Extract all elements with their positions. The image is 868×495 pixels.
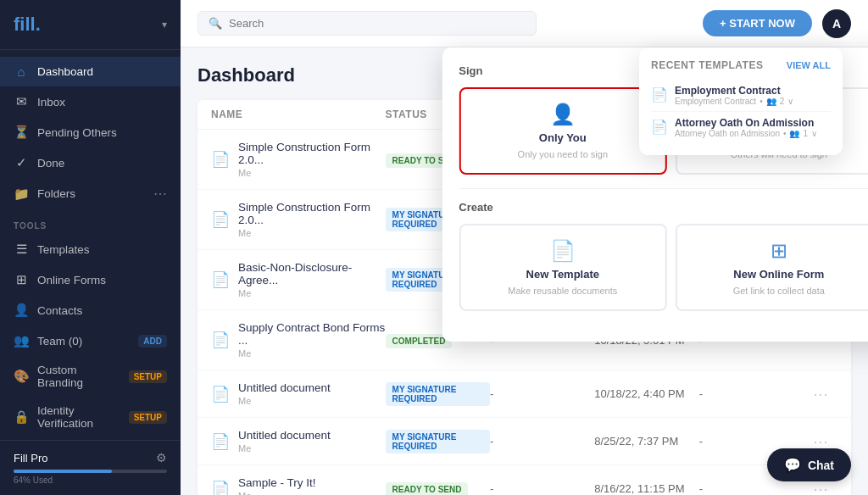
sidebar-item-label: Inbox — [37, 96, 167, 108]
recent-template-item[interactable]: 📄 Employment Contract Employment Contrac… — [651, 80, 831, 112]
sidebar-item-done[interactable]: ✓ Done — [0, 147, 181, 178]
new-online-form-label: New Online Form — [733, 268, 824, 281]
bullet: • — [783, 129, 787, 138]
recent-item-sub-text: Attorney Oath on Admission — [675, 129, 780, 138]
col-name: Name — [211, 108, 386, 120]
add-badge: ADD — [138, 335, 167, 348]
avatar[interactable]: A — [822, 9, 851, 38]
sidebar-item-team[interactable]: 👥 Team (0) ADD — [0, 325, 181, 356]
sidebar-item-label: Custom Branding — [37, 364, 120, 389]
sidebar-item-dashboard[interactable]: ⌂ Dashboard — [0, 57, 181, 86]
chevron: ∨ — [811, 129, 817, 138]
document-icon: 📄 — [211, 432, 230, 451]
search-input[interactable] — [229, 17, 526, 30]
sidebar-footer: Fill Pro ⚙ 64% Used — [0, 440, 181, 495]
modified-cell: 8/25/22, 7:37 PM — [594, 435, 698, 448]
document-icon: 📄 — [211, 480, 230, 496]
home-icon: ⌂ — [14, 64, 29, 79]
sidebar-item-label: Identity Verification — [37, 404, 120, 430]
only-you-option[interactable]: 👤 Only You Only you need to sign — [459, 87, 666, 175]
doc-owner: Me — [238, 168, 386, 178]
sidebar-item-online-forms[interactable]: ⊞ Online Forms — [0, 264, 181, 295]
new-template-label: New Template — [526, 268, 599, 281]
doc-icon: 📄 — [651, 119, 668, 135]
table-row: 📄 Untitled document Me MY SIGNATURE REQU… — [198, 370, 851, 418]
doc-owner: Me — [238, 491, 316, 495]
col3-cell: - — [490, 435, 594, 448]
progress-label: 64% Used — [14, 476, 167, 485]
doc-name: Untitled document — [238, 429, 331, 442]
doc-name: Untitled document — [238, 381, 331, 394]
view-all-link[interactable]: VIEW ALL — [787, 60, 831, 70]
sidebar-item-label: Team (0) — [37, 335, 130, 348]
recent-item-name: Employment Contract — [675, 85, 793, 97]
sidebar-item-label: Online Forms — [37, 274, 167, 286]
done-icon: ✓ — [14, 155, 29, 170]
sidebar-item-label: Done — [37, 157, 167, 170]
sidebar-item-custom-branding[interactable]: 🎨 Custom Branding SETUP — [0, 356, 181, 397]
doc-name: Supply Contract Bond Forms ... — [238, 321, 386, 347]
team-icon: 👥 — [14, 333, 29, 348]
document-icon: 📄 — [211, 210, 230, 229]
sidebar-item-inbox[interactable]: ✉ Inbox — [0, 86, 181, 117]
doc-cell: 📄 Untitled document Me — [211, 381, 386, 406]
row-menu-button[interactable]: ⋯ — [804, 480, 837, 496]
only-you-label: Only You — [539, 131, 587, 144]
doc-cell: 📄 Simple Construction Form 2.0... Me — [211, 141, 386, 178]
document-icon: 📄 — [211, 385, 230, 403]
start-now-button[interactable]: + START NOW — [703, 10, 812, 36]
divider — [459, 188, 868, 189]
new-online-form-sub: Get link to collect data — [733, 286, 825, 296]
setup-badge: SETUP — [129, 411, 167, 424]
sidebar-item-integrations[interactable]: ⚙ Integrations & API › — [0, 437, 181, 440]
user-count-icon: 👥 — [789, 129, 799, 138]
main-content: 🔍 + START NOW A Dashboard Name Status Mo… — [181, 0, 868, 495]
doc-name: Simple Construction Form 2.0... — [238, 141, 386, 166]
chevron-down-icon[interactable]: ▾ — [162, 19, 167, 31]
new-online-form-option[interactable]: ⊞ New Online Form Get link to collect da… — [675, 224, 868, 311]
doc-name: Basic-Non-Disclosure-Agree... — [238, 261, 386, 286]
new-template-option[interactable]: 📄 New Template Make reusable documents — [459, 224, 666, 311]
col3-cell: - — [490, 387, 594, 400]
doc-owner: Me — [238, 443, 331, 453]
row-menu-button[interactable]: ⋯ — [804, 385, 837, 403]
sidebar-item-identity-verification[interactable]: 🔒 Identity Verification SETUP — [0, 397, 181, 437]
document-icon: 📄 — [211, 270, 230, 289]
status-badge: READY TO SEND — [386, 482, 469, 495]
chevron: ∨ — [787, 97, 793, 106]
templates-icon: ☰ — [14, 242, 29, 257]
branding-icon: 🎨 — [14, 369, 29, 384]
recent-title: Recent Templates — [651, 59, 763, 71]
status-badge: MY SIGNATURE REQUIRED — [386, 430, 490, 453]
chat-bubble-icon: 💬 — [784, 457, 801, 473]
sidebar-item-pending-others[interactable]: ⏳ Pending Others — [0, 117, 181, 147]
recent-template-item[interactable]: 📄 Attorney Oath On Admission Attorney Oa… — [651, 112, 831, 143]
doc-cell: 📄 Simple Construction Form 2.0... Me — [211, 201, 386, 238]
sidebar-item-templates[interactable]: ☰ Templates — [0, 234, 181, 264]
search-wrap[interactable]: 🔍 — [198, 11, 537, 36]
doc-owner: Me — [238, 396, 331, 406]
pending-icon: ⏳ — [14, 125, 29, 140]
sidebar-item-folders[interactable]: 📁 Folders ⋯ — [0, 178, 181, 209]
folders-icon: 📁 — [14, 186, 29, 202]
verification-icon: 🔒 — [14, 409, 29, 425]
modified-cell: 10/18/22, 4:40 PM — [594, 387, 698, 400]
sidebar-item-label: Folders — [37, 187, 145, 200]
more-icon[interactable]: ⋯ — [153, 186, 167, 202]
recent-item-name: Attorney Oath On Admission — [675, 117, 817, 129]
fill-pro-label: Fill Pro — [14, 452, 47, 464]
sidebar-logo: fill. ▾ — [0, 0, 181, 50]
recent-panel-header: Recent Templates VIEW ALL — [651, 59, 831, 71]
gear-icon[interactable]: ⚙ — [156, 451, 167, 464]
doc-cell: 📄 Supply Contract Bond Forms ... Me — [211, 321, 386, 359]
doc-cell: 📄 Untitled document Me — [211, 429, 386, 453]
chat-button[interactable]: 💬 Chat — [767, 448, 851, 481]
document-icon: 📄 — [211, 331, 230, 349]
online-form-icon: ⊞ — [771, 239, 787, 263]
sidebar-item-label: Contacts — [37, 304, 167, 317]
fill-pro-section: Fill Pro ⚙ — [14, 451, 167, 464]
sidebar-item-contacts[interactable]: 👤 Contacts — [0, 295, 181, 325]
sidebar-item-label: Templates — [37, 243, 167, 256]
table-row: 📄 Sample - Try It! Me READY TO SEND - 8/… — [198, 465, 851, 495]
chat-label: Chat — [808, 459, 834, 472]
